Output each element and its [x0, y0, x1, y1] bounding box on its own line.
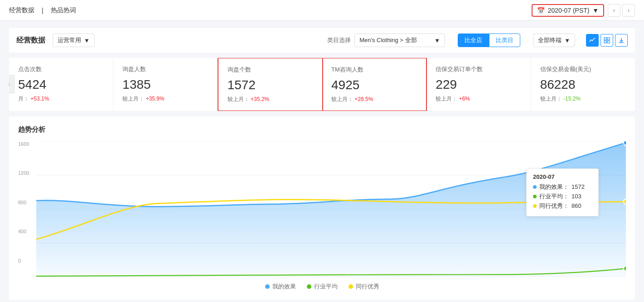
change-label: 月：: [18, 96, 29, 102]
tooltip-date: 2020-07: [533, 173, 592, 180]
view-icons: [586, 34, 628, 47]
peer-excellent-label: 同行优秀：: [539, 202, 569, 210]
legend-avg-dot: [307, 284, 311, 289]
svg-point-12: [624, 199, 626, 204]
svg-rect-3: [607, 41, 610, 43]
legend-my-label: 我的效果: [272, 283, 296, 291]
main-content: 经营数据 运营常用 ▼ 类目选择 Men's Clothing > 全部 ▼ 比…: [0, 21, 644, 302]
table-view-icon[interactable]: [600, 34, 613, 47]
nav-item-operations[interactable]: 经营数据: [9, 6, 34, 14]
metric-card-inquiry-count: 询盘个数 1572 较上月： +35.2%: [218, 58, 323, 111]
chart-container: 0 400 800 1200 1600: [18, 141, 626, 277]
metric-card-inquiry-people: 询盘人数 1385 较上月： +35.9%: [113, 58, 218, 111]
svg-rect-2: [604, 41, 606, 43]
metric-value: 4925: [331, 77, 417, 93]
metric-title: 询盘个数: [228, 66, 313, 74]
change-value: +6%: [459, 96, 470, 102]
peer-excellent-dot: [533, 204, 537, 208]
section-title: 经营数据: [16, 36, 45, 45]
chart-view-icon[interactable]: [586, 34, 599, 47]
operation-selector[interactable]: 运营常用 ▼: [53, 34, 95, 47]
metric-card-tm-consult: TM咨询人数 4925 较上月： +28.5%: [322, 58, 427, 111]
prev-arrow[interactable]: ‹: [608, 4, 620, 17]
compare-category-button[interactable]: 比类目: [489, 34, 520, 47]
metric-change: 较上月： +35.9%: [122, 95, 208, 103]
nav-item-hot[interactable]: 热品热词: [51, 6, 76, 14]
metric-title: 询盘人数: [122, 65, 208, 73]
svg-rect-1: [607, 38, 610, 40]
metrics-prev-button[interactable]: ‹: [9, 75, 15, 93]
change-label: 较上月：: [331, 96, 353, 102]
chart-tooltip: 2020-07 我的效果： 1572 行业平均： 103 同行优秀： 860: [526, 168, 599, 216]
y-label-0: 0: [18, 258, 36, 264]
metric-change: 较上月： -15.2%: [540, 95, 626, 103]
change-label: 较上月：: [122, 96, 144, 102]
nav-arrows: ‹ ›: [608, 4, 635, 17]
top-bar-right: 📅 2020-07 (PST) ▼ ‹ ›: [532, 4, 635, 17]
terminal-label: 全部终端: [538, 36, 562, 44]
metric-title: 点击次数: [18, 65, 104, 73]
change-value: +35.9%: [146, 96, 165, 102]
change-label: 较上月：: [540, 96, 562, 102]
y-label-400: 400: [18, 229, 36, 234]
svg-rect-0: [604, 38, 606, 40]
y-label-1200: 1200: [18, 170, 36, 176]
legend-my-dot: [265, 284, 270, 289]
industry-avg-dot: [533, 195, 537, 198]
my-effect-value: 1572: [571, 183, 585, 190]
change-label: 较上月：: [436, 96, 457, 102]
tooltip-industry-avg: 行业平均： 103: [533, 192, 592, 201]
top-bar: 经营数据 | 热品热词 📅 2020-07 (PST) ▼ ‹ ›: [0, 0, 644, 21]
terminal-selector[interactable]: 全部终端 ▼: [533, 34, 575, 47]
download-icon[interactable]: [615, 34, 628, 47]
top-bar-nav: 经营数据 | 热品热词: [9, 6, 76, 14]
trend-title: 趋势分析: [18, 125, 626, 134]
calendar-icon: 📅: [537, 7, 545, 14]
svg-point-11: [624, 141, 626, 145]
date-selector[interactable]: 📅 2020-07 (PST) ▼: [532, 4, 604, 17]
legend-peer-dot: [349, 284, 353, 289]
trend-section: 趋势分析 0 400 800 1200 1600: [9, 116, 635, 300]
toolbar: 经营数据 运营常用 ▼ 类目选择 Men's Clothing > 全部 ▼ 比…: [9, 28, 635, 53]
svg-point-13: [624, 266, 626, 271]
metric-value: 5424: [18, 77, 104, 92]
category-dropdown[interactable]: Men's Clothing > 全部 ▼: [354, 34, 445, 47]
compare-full-store-button[interactable]: 比全店: [458, 34, 489, 47]
tooltip-peer-excellent: 同行优秀： 860: [533, 202, 592, 210]
operation-label: 运营常用: [58, 36, 81, 44]
metric-card-trade-amount: 信保交易金额(美元) 86228 较上月： -15.2%: [531, 58, 635, 111]
change-value: +53.1%: [30, 96, 49, 102]
metric-value: 1572: [228, 77, 313, 93]
tooltip-my-effect: 我的效果： 1572: [533, 183, 592, 191]
my-effect-dot: [533, 185, 537, 189]
industry-avg-value: 103: [571, 193, 581, 200]
metric-change: 较上月： +35.2%: [228, 96, 313, 103]
change-value: +28.5%: [354, 96, 373, 102]
nav-divider: |: [42, 7, 44, 14]
metric-value: 1385: [122, 77, 208, 92]
chevron-down-icon: ▼: [84, 37, 90, 44]
legend-my-effect: 我的效果: [265, 283, 296, 291]
change-label: 较上月：: [228, 96, 249, 102]
metric-title: 信保交易金额(美元): [540, 65, 626, 73]
metric-change: 月： +53.1%: [18, 95, 104, 103]
chart-legend: 我的效果 行业平均 同行优秀: [18, 283, 626, 291]
metric-card-trade-orders: 信保交易订单个数 229 较上月： +6%: [426, 58, 531, 111]
y-label-800: 800: [18, 200, 36, 205]
next-arrow[interactable]: ›: [622, 4, 635, 17]
my-effect-label: 我的效果：: [539, 183, 569, 191]
metric-value: 86228: [540, 77, 626, 92]
category-value: Men's Clothing > 全部: [359, 36, 416, 44]
legend-industry-avg: 行业平均: [307, 283, 338, 291]
legend-peer-excellent: 同行优秀: [349, 283, 379, 291]
legend-avg-label: 行业平均: [314, 283, 338, 291]
change-value: +35.2%: [251, 96, 269, 102]
category-label: 类目选择: [327, 36, 351, 44]
chevron-down-icon: ▼: [564, 37, 570, 44]
chevron-down-icon: ▼: [592, 7, 599, 14]
change-value: -15.2%: [563, 96, 581, 102]
peer-excellent-value: 860: [571, 202, 581, 209]
metrics-row: ‹ 点击次数 5424 月： +53.1% 询盘人数 1385 较上月： +35…: [9, 58, 635, 111]
metric-title: 信保交易订单个数: [436, 65, 521, 73]
metric-change: 较上月： +28.5%: [331, 96, 417, 103]
